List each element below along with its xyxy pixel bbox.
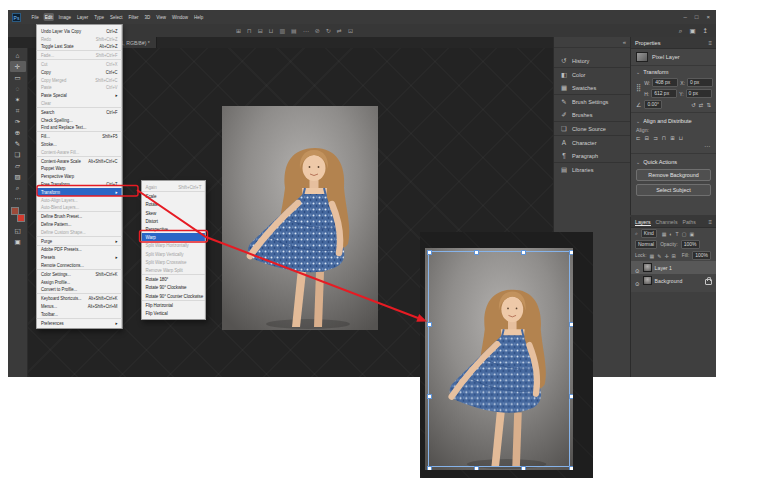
- workspace-switcher-icon[interactable]: ▣: [689, 27, 695, 35]
- align-bottom-icon[interactable]: ⊔: [679, 135, 683, 141]
- tab-paths[interactable]: Paths: [683, 219, 696, 226]
- submenu-item[interactable]: Flip Horizontal ▸: [142, 300, 205, 309]
- adjustment-filter-icon[interactable]: ◐: [670, 231, 673, 237]
- flip-horizontal-icon[interactable]: ⇄: [699, 102, 704, 108]
- menu-item[interactable]: Find and Replace Text... ▸: [37, 124, 122, 132]
- submenu-item[interactable]: Perspective ▸: [142, 225, 205, 233]
- menubar-item[interactable]: Filter: [127, 13, 140, 21]
- remove-background-button[interactable]: Remove Background: [636, 169, 711, 181]
- menubar-item[interactable]: Image: [57, 13, 73, 21]
- panel-menu-icon[interactable]: ≡: [708, 219, 712, 225]
- foreground-color-swatch[interactable]: [11, 207, 19, 215]
- smart-object-filter-icon[interactable]: ▣: [689, 231, 694, 237]
- menu-item[interactable]: Paste Ctrl+V ▸: [37, 84, 122, 92]
- align-top-icon[interactable]: ⊓: [247, 27, 252, 34]
- dock-collapse-header[interactable]: «: [554, 37, 630, 48]
- menu-item[interactable]: Preferences ▸: [37, 318, 122, 327]
- grid-overlay-icon[interactable]: ⊡: [348, 27, 353, 34]
- blend-mode-select[interactable]: Normal: [635, 240, 657, 249]
- menu-item[interactable]: Presets ▸: [37, 253, 122, 261]
- quick-mask-icon[interactable]: ◱: [10, 225, 26, 236]
- menu-item[interactable]: Adobe PDF Presets... ▸: [37, 245, 122, 254]
- chevron-down-icon[interactable]: ⌄: [636, 159, 640, 165]
- transform-handle[interactable]: [474, 250, 479, 255]
- menubar-item[interactable]: Edit: [43, 13, 54, 21]
- menu-item[interactable]: Check Spelling... ▸: [37, 116, 122, 124]
- menu-item[interactable]: Undo Layer Via Copy Ctrl+Z ▸: [37, 27, 122, 35]
- menu-item[interactable]: Menus... Alt+Shift+Ctrl+M ▸: [37, 302, 122, 310]
- libraries-panel[interactable]: ▤ Libraries: [554, 162, 630, 176]
- distribute-horizontal-icon[interactable]: ▥: [279, 27, 285, 34]
- menu-item[interactable]: Toggle Last State Alt+Ctrl+Z ▸: [37, 43, 122, 51]
- fill-field[interactable]: 100%: [692, 251, 711, 260]
- submenu-item[interactable]: Split Warp Vertically ▸: [142, 250, 205, 258]
- tab-properties[interactable]: Properties: [635, 40, 661, 46]
- Layer 1[interactable]: Layer 1: [631, 261, 716, 274]
- menubar-item[interactable]: Select: [109, 13, 125, 21]
- canvas-photo[interactable]: [222, 106, 378, 330]
- home-icon[interactable]: ⌂: [10, 50, 26, 61]
- menubar-item[interactable]: 3D: [143, 13, 152, 21]
- transform-handle[interactable]: [427, 322, 432, 327]
- flip-vertical-icon[interactable]: ⇅: [706, 102, 711, 108]
- y-field[interactable]: 0 px: [686, 89, 712, 98]
- menu-item[interactable]: Purge ▸: [37, 236, 122, 245]
- menu-item[interactable]: Fade... Shift+Ctrl+F ▸: [37, 50, 122, 59]
- cancel-icon[interactable]: ⊘: [315, 27, 320, 34]
- submenu-item[interactable]: Distort ▸: [142, 217, 205, 225]
- transform-handle[interactable]: [569, 394, 574, 399]
- shape-filter-icon[interactable]: ▢: [682, 231, 687, 237]
- healing-brush-tool[interactable]: ⊕: [10, 127, 26, 138]
- menu-item[interactable]: Cut Ctrl+X ▸: [37, 59, 122, 68]
- menu-item[interactable]: Search Ctrl+F ▸: [37, 107, 122, 116]
- lock-position-icon[interactable]: ✛: [664, 253, 668, 259]
- menu-item[interactable]: Copy Ctrl+C ▸: [37, 68, 122, 76]
- layer-thumbnail[interactable]: [643, 276, 652, 285]
- tab-layers[interactable]: Layers: [635, 219, 651, 226]
- close-button[interactable]: ×: [706, 10, 710, 24]
- lock-pixels-icon[interactable]: ✎: [657, 253, 661, 259]
- transform-handle[interactable]: [427, 394, 432, 399]
- pixel-filter-icon[interactable]: ▦: [662, 231, 667, 237]
- menu-item[interactable]: Auto-Blend Layers... ▸: [37, 204, 122, 212]
- share-icon[interactable]: ↥: [703, 27, 708, 35]
- clone-source-panel[interactable]: ❏ Clone Source: [554, 121, 630, 135]
- submenu-item[interactable]: Skew ▸: [142, 209, 205, 217]
- transform-handle[interactable]: [427, 250, 432, 255]
- menu-item[interactable]: Define Custom Shape... ▸: [37, 228, 122, 236]
- align-right-icon[interactable]: ⊐: [653, 135, 658, 141]
- menu-item[interactable]: Puppet Warp ▸: [37, 165, 122, 173]
- menubar-item[interactable]: Type: [93, 13, 106, 21]
- reference-point-icon[interactable]: ⊞: [236, 27, 241, 34]
- submenu-item[interactable]: Remove Warp Split ▸: [142, 266, 205, 274]
- character-panel[interactable]: A Character: [554, 135, 630, 149]
- lock-transparent-icon[interactable]: ▦: [649, 253, 654, 259]
- menu-item[interactable]: Clear ▸: [37, 99, 122, 107]
- transform-handle[interactable]: [569, 322, 574, 327]
- layer-filter-select[interactable]: Kind: [641, 229, 657, 238]
- menu-item[interactable]: Transform ▸: [37, 188, 122, 196]
- submenu-item[interactable]: Rotate ▸: [142, 200, 205, 208]
- reference-point-icon[interactable]: ⣿: [636, 84, 641, 92]
- minimize-button[interactable]: –: [684, 10, 687, 24]
- menu-item[interactable]: Content-Aware Scale Alt+Shift+Ctrl+C ▸: [37, 156, 122, 165]
- menu-item[interactable]: Define Pattern... ▸: [37, 220, 122, 228]
- opacity-field[interactable]: 100%: [681, 240, 700, 249]
- submenu-item[interactable]: Rotate 90° Clockwise ▸: [142, 283, 205, 291]
- menu-item[interactable]: Remote Connections... ▸: [37, 261, 122, 269]
- menu-item[interactable]: Copy Merged Shift+Ctrl+C ▸: [37, 76, 122, 84]
- menubar-item[interactable]: File: [30, 13, 40, 21]
- rotation-field[interactable]: 0.00°: [644, 100, 662, 109]
- submenu-item[interactable]: Again Shift+Ctrl+T ▸: [142, 183, 205, 191]
- menubar-item[interactable]: Window: [171, 13, 190, 21]
- eyedropper-tool[interactable]: ✑: [10, 116, 26, 127]
- menubar-item[interactable]: Help: [193, 13, 205, 21]
- tab-channels[interactable]: Channels: [656, 219, 678, 226]
- menu-item[interactable]: Redo Shift+Ctrl+Z ▸: [37, 35, 122, 43]
- brush-settings-panel[interactable]: ✎ Brush Settings: [554, 94, 630, 108]
- submenu-item[interactable]: Scale ▸: [142, 191, 205, 200]
- transform-bounding-box[interactable]: [428, 251, 570, 467]
- width-field[interactable]: 408 px: [652, 78, 678, 87]
- lasso-tool[interactable]: ◌: [10, 83, 26, 94]
- marquee-tool[interactable]: ▭: [10, 72, 26, 83]
